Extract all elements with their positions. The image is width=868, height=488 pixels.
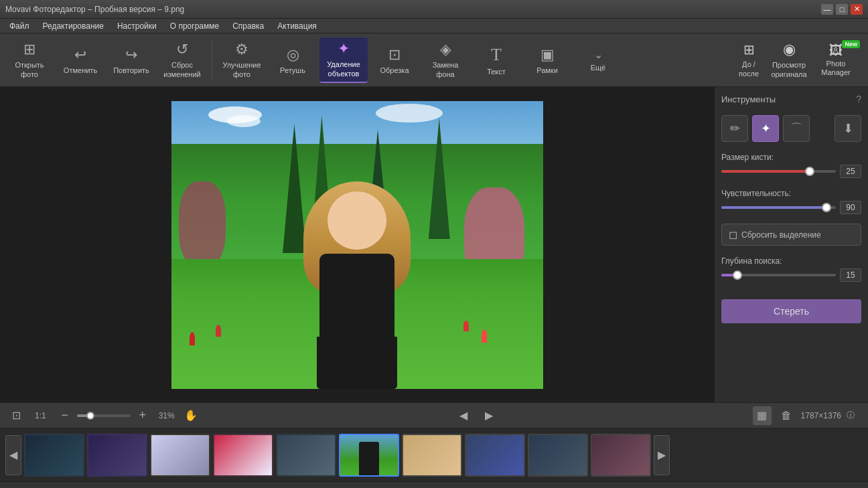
depth-row: 15 xyxy=(721,268,861,282)
eraser-icon: ◻ xyxy=(729,228,737,241)
brush-size-track[interactable] xyxy=(721,170,836,173)
tool-open-label: Открытьфото xyxy=(15,61,44,78)
crop-icon: ⊡ xyxy=(388,46,401,64)
tool-enhance[interactable]: ⚙ Улучшениефото xyxy=(218,37,266,83)
panel-title-text: Инструменты xyxy=(721,94,776,104)
filmstrip-prev[interactable]: ◀ xyxy=(5,435,21,475)
maximize-button[interactable]: □ xyxy=(836,4,848,15)
zoom-1-1-button[interactable]: 1:1 xyxy=(32,406,49,425)
next-photo-button[interactable]: ▶ xyxy=(480,406,498,425)
tool-crop[interactable]: ⊡ Обрезка xyxy=(370,37,419,83)
depth-thumb[interactable] xyxy=(733,270,742,280)
brush-size-value: 25 xyxy=(840,165,861,178)
menu-settings[interactable]: Настройки xyxy=(111,20,163,32)
text-icon: T xyxy=(491,45,502,65)
toolbar-separator-1 xyxy=(212,40,212,80)
horizontal-scrollbar[interactable] xyxy=(0,481,868,488)
info-button[interactable]: ⓘ xyxy=(847,410,855,421)
zoom-percent: 31% xyxy=(159,411,175,420)
tool-retouch[interactable]: ◎ Ретушь xyxy=(269,37,317,83)
tool-redo[interactable]: ↪ Повторить xyxy=(107,37,155,83)
filmstrip-thumb-7[interactable] xyxy=(402,434,462,477)
statusbar: ⊡ 1:1 − + 31% ✋ ◀ ▶ ▦ 🗑 1787×1376 ⓘ xyxy=(0,402,868,428)
panel-tool-brush[interactable]: ✏ xyxy=(721,115,748,142)
help-icon[interactable]: ? xyxy=(856,94,861,104)
filmstrip-thumb-9[interactable] xyxy=(528,434,588,477)
filmstrip-thumb-6[interactable] xyxy=(339,434,399,477)
menu-help[interactable]: Справка xyxy=(226,20,271,32)
tool-more[interactable]: ⌄ Ещё xyxy=(574,37,622,83)
new-badge: New xyxy=(842,40,860,48)
filmstrip-thumb-1[interactable] xyxy=(24,434,84,477)
redo-icon: ↪ xyxy=(125,46,137,64)
tool-undo[interactable]: ↩ Отменить xyxy=(56,37,104,83)
thumb-9-inner xyxy=(529,435,587,475)
titlebar: Movavi Фоторедактор – Пробная версия – 9… xyxy=(0,0,868,19)
filmstrip-thumb-3[interactable] xyxy=(150,434,210,477)
tool-redo-label: Повторить xyxy=(113,66,149,74)
menu-about[interactable]: О программе xyxy=(163,20,226,32)
delete-photo-button[interactable]: 🗑 xyxy=(777,406,796,425)
before-after-icon: ⊞ xyxy=(743,42,755,58)
tool-view-original[interactable]: ◉ Просмотроригинала xyxy=(769,37,809,83)
reset-selection-button[interactable]: ◻ Сбросить выделение xyxy=(721,224,861,246)
bg-icon: ◈ xyxy=(440,41,451,58)
filmstrip-thumb-5[interactable] xyxy=(276,434,336,477)
menu-edit[interactable]: Редактирование xyxy=(36,20,111,32)
filmstrip-thumb-2[interactable] xyxy=(87,434,147,477)
thumb-6-inner xyxy=(340,435,398,475)
menu-file[interactable]: Файл xyxy=(3,20,36,32)
tool-before-after[interactable]: ⊞ До / после xyxy=(729,37,769,83)
tool-photo-manager[interactable]: New 🖼 PhotoManager xyxy=(809,37,863,83)
hand-tool-button[interactable]: ✋ xyxy=(182,406,200,425)
panel-tool-stamp[interactable]: ⬇ xyxy=(835,115,861,142)
filmstrip-thumb-4[interactable] xyxy=(213,434,273,477)
erase-button[interactable]: Стереть xyxy=(721,299,861,323)
zoom-slider[interactable] xyxy=(77,414,131,417)
close-button[interactable]: ✕ xyxy=(851,4,863,15)
main-area: Инструменты ? ✏ ✦ ⌒ ⬇ Размер кисти: xyxy=(0,87,868,402)
zoom-control: − + xyxy=(56,406,152,425)
tool-text[interactable]: T Текст xyxy=(472,37,520,83)
depth-track[interactable] xyxy=(721,274,836,276)
enhance-icon: ⚙ xyxy=(235,41,248,58)
canvas-area[interactable] xyxy=(0,87,714,402)
prev-photo-button[interactable]: ◀ xyxy=(454,406,473,425)
view-grid-button[interactable]: ▦ xyxy=(753,406,772,425)
thumb-4-inner xyxy=(214,435,272,475)
tool-before-after-label: До / после xyxy=(731,60,766,78)
tool-reset[interactable]: ↺ Сбросизменений xyxy=(158,37,206,83)
fit-button[interactable]: ⊡ xyxy=(7,406,25,425)
filmstrip-thumb-8[interactable] xyxy=(465,434,525,477)
view-original-icon: ◉ xyxy=(783,41,796,58)
tool-undo-label: Отменить xyxy=(64,66,97,74)
photo-canvas xyxy=(171,101,543,389)
tool-bg-replace[interactable]: ◈ Заменафона xyxy=(421,37,469,83)
thumb-7-inner xyxy=(403,435,461,475)
sensitivity-value: 90 xyxy=(840,201,861,214)
app-title: Movavi Фоторедактор – Пробная версия – 9… xyxy=(5,5,184,14)
sensitivity-thumb[interactable] xyxy=(822,203,831,212)
panel-tool-lasso[interactable]: ⌒ xyxy=(783,115,810,142)
tool-view-original-label: Просмотроригинала xyxy=(771,61,806,78)
filmstrip-thumb-10[interactable] xyxy=(591,434,651,477)
tool-remove-objects[interactable]: ✦ Удалениеобъектов xyxy=(319,37,368,83)
zoom-out-button[interactable]: − xyxy=(56,406,74,425)
sensitivity-row: 90 xyxy=(721,201,861,214)
more-icon: ⌄ xyxy=(594,48,603,61)
tool-frames[interactable]: ▣ Рамки xyxy=(523,37,571,83)
depth-value: 15 xyxy=(840,268,861,282)
panel-tool-magic[interactable]: ✦ xyxy=(752,115,779,142)
menu-activation[interactable]: Активация xyxy=(271,20,323,32)
filmstrip-next[interactable]: ▶ xyxy=(654,435,670,475)
filmstrip: ◀ ▶ xyxy=(0,428,868,481)
minimize-button[interactable]: — xyxy=(821,4,833,15)
brush-size-thumb[interactable] xyxy=(805,167,814,176)
thumb-8-inner xyxy=(466,435,524,475)
thumb-1-inner xyxy=(25,435,83,475)
sensitivity-track[interactable] xyxy=(721,206,836,209)
zoom-thumb[interactable] xyxy=(86,412,94,420)
tool-open[interactable]: ⊞ Открытьфото xyxy=(5,37,54,83)
zoom-in-button[interactable]: + xyxy=(133,406,152,425)
menubar: Файл Редактирование Настройки О программ… xyxy=(0,19,868,33)
